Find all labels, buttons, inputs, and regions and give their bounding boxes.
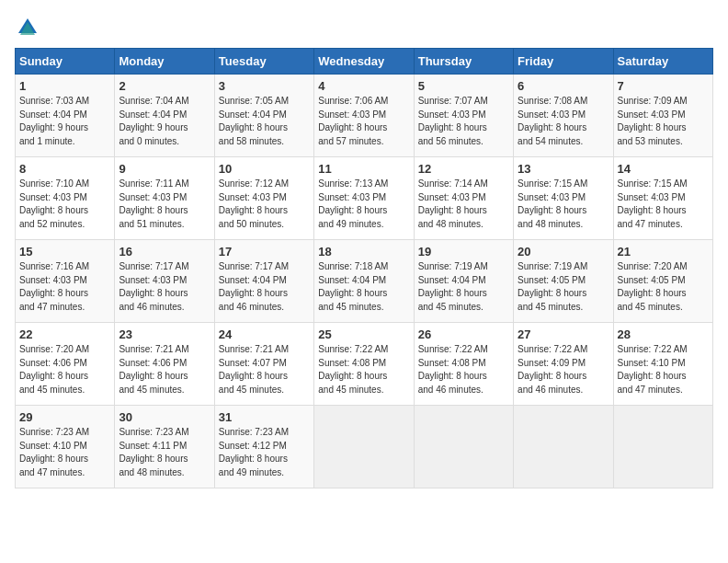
calendar-cell: 18Sunrise: 7:18 AM Sunset: 4:04 PM Dayli…	[314, 240, 414, 323]
day-info: Sunrise: 7:10 AM Sunset: 4:03 PM Dayligh…	[19, 178, 110, 231]
calendar-cell: 9Sunrise: 7:11 AM Sunset: 4:03 PM Daylig…	[115, 157, 214, 240]
col-header-sunday: Sunday	[16, 49, 115, 75]
calendar-cell: 20Sunrise: 7:19 AM Sunset: 4:05 PM Dayli…	[514, 240, 613, 323]
day-number: 28	[618, 327, 709, 341]
day-info: Sunrise: 7:20 AM Sunset: 4:05 PM Dayligh…	[618, 260, 709, 314]
day-number: 23	[119, 327, 210, 341]
calendar-table: SundayMondayTuesdayWednesdayThursdayFrid…	[15, 48, 713, 488]
calendar-cell: 26Sunrise: 7:22 AM Sunset: 4:08 PM Dayli…	[414, 323, 513, 406]
calendar-cell: 4Sunrise: 7:06 AM Sunset: 4:03 PM Daylig…	[314, 75, 414, 157]
header-row: SundayMondayTuesdayWednesdayThursdayFrid…	[16, 49, 713, 75]
col-header-friday: Friday	[514, 49, 613, 75]
day-info: Sunrise: 7:22 AM Sunset: 4:09 PM Dayligh…	[518, 343, 609, 396]
calendar-cell: 11Sunrise: 7:13 AM Sunset: 4:03 PM Dayli…	[314, 157, 414, 240]
day-number: 9	[119, 162, 210, 176]
week-row-4: 15Sunrise: 7:16 AM Sunset: 4:03 PM Dayli…	[16, 240, 713, 323]
day-info: Sunrise: 7:18 AM Sunset: 4:04 PM Dayligh…	[318, 260, 409, 314]
calendar-cell: 10Sunrise: 7:12 AM Sunset: 4:03 PM Dayli…	[214, 157, 313, 240]
day-info: Sunrise: 7:15 AM Sunset: 4:03 PM Dayligh…	[618, 178, 709, 231]
day-number: 22	[19, 327, 110, 341]
day-info: Sunrise: 7:21 AM Sunset: 4:06 PM Dayligh…	[119, 343, 210, 396]
calendar-cell: 22Sunrise: 7:20 AM Sunset: 4:06 PM Dayli…	[16, 323, 115, 406]
day-info: Sunrise: 7:09 AM Sunset: 4:03 PM Dayligh…	[618, 95, 709, 148]
day-info: Sunrise: 7:22 AM Sunset: 4:10 PM Dayligh…	[618, 343, 709, 396]
calendar-cell: 7Sunrise: 7:09 AM Sunset: 4:03 PM Daylig…	[613, 75, 712, 157]
day-number: 25	[318, 327, 409, 341]
calendar-cell: 16Sunrise: 7:17 AM Sunset: 4:03 PM Dayli…	[115, 240, 214, 323]
day-info: Sunrise: 7:13 AM Sunset: 4:03 PM Dayligh…	[318, 178, 409, 231]
day-number: 5	[418, 79, 509, 93]
col-header-saturday: Saturday	[613, 49, 712, 75]
day-info: Sunrise: 7:17 AM Sunset: 4:04 PM Dayligh…	[219, 260, 310, 314]
calendar-cell: 17Sunrise: 7:17 AM Sunset: 4:04 PM Dayli…	[214, 240, 313, 323]
day-number: 30	[119, 410, 210, 424]
day-number: 19	[418, 245, 509, 259]
calendar-cell: 29Sunrise: 7:23 AM Sunset: 4:10 PM Dayli…	[16, 406, 115, 488]
day-number: 24	[219, 327, 310, 341]
day-number: 29	[19, 410, 110, 424]
calendar-cell: 23Sunrise: 7:21 AM Sunset: 4:06 PM Dayli…	[115, 323, 214, 406]
day-number: 27	[518, 327, 609, 341]
calendar-cell	[414, 406, 513, 488]
calendar-cell: 13Sunrise: 7:15 AM Sunset: 4:03 PM Dayli…	[514, 157, 613, 240]
calendar-cell: 28Sunrise: 7:22 AM Sunset: 4:10 PM Dayli…	[613, 323, 712, 406]
calendar-cell: 2Sunrise: 7:04 AM Sunset: 4:04 PM Daylig…	[115, 75, 214, 157]
day-number: 2	[119, 79, 210, 93]
day-number: 18	[318, 245, 409, 259]
day-number: 12	[418, 162, 509, 176]
day-number: 6	[518, 79, 609, 93]
day-number: 4	[318, 79, 409, 93]
page-header	[15, 15, 713, 40]
calendar-cell: 25Sunrise: 7:22 AM Sunset: 4:08 PM Dayli…	[314, 323, 414, 406]
calendar-cell: 14Sunrise: 7:15 AM Sunset: 4:03 PM Dayli…	[613, 157, 712, 240]
calendar-cell: 1Sunrise: 7:03 AM Sunset: 4:04 PM Daylig…	[16, 75, 115, 157]
week-row-6: 29Sunrise: 7:23 AM Sunset: 4:10 PM Dayli…	[16, 406, 713, 488]
day-number: 26	[418, 327, 509, 341]
calendar-cell: 12Sunrise: 7:14 AM Sunset: 4:03 PM Dayli…	[414, 157, 513, 240]
day-number: 17	[219, 245, 310, 259]
day-number: 3	[219, 79, 310, 93]
logo-icon	[15, 15, 40, 40]
day-info: Sunrise: 7:17 AM Sunset: 4:03 PM Dayligh…	[119, 260, 210, 314]
calendar-cell: 3Sunrise: 7:05 AM Sunset: 4:04 PM Daylig…	[214, 75, 313, 157]
logo	[15, 15, 44, 40]
day-number: 15	[19, 245, 110, 259]
calendar-cell: 15Sunrise: 7:16 AM Sunset: 4:03 PM Dayli…	[16, 240, 115, 323]
col-header-thursday: Thursday	[414, 49, 513, 75]
day-info: Sunrise: 7:06 AM Sunset: 4:03 PM Dayligh…	[318, 95, 409, 148]
calendar-cell	[514, 406, 613, 488]
day-info: Sunrise: 7:23 AM Sunset: 4:11 PM Dayligh…	[119, 426, 210, 479]
day-number: 10	[219, 162, 310, 176]
col-header-tuesday: Tuesday	[214, 49, 313, 75]
day-info: Sunrise: 7:19 AM Sunset: 4:05 PM Dayligh…	[518, 260, 609, 314]
day-info: Sunrise: 7:08 AM Sunset: 4:03 PM Dayligh…	[518, 95, 609, 148]
day-info: Sunrise: 7:22 AM Sunset: 4:08 PM Dayligh…	[318, 343, 409, 396]
day-info: Sunrise: 7:22 AM Sunset: 4:08 PM Dayligh…	[418, 343, 509, 396]
calendar-cell: 27Sunrise: 7:22 AM Sunset: 4:09 PM Dayli…	[514, 323, 613, 406]
calendar-cell: 30Sunrise: 7:23 AM Sunset: 4:11 PM Dayli…	[115, 406, 214, 488]
day-info: Sunrise: 7:07 AM Sunset: 4:03 PM Dayligh…	[418, 95, 509, 148]
day-number: 11	[318, 162, 409, 176]
calendar-cell: 31Sunrise: 7:23 AM Sunset: 4:12 PM Dayli…	[214, 406, 313, 488]
day-number: 8	[19, 162, 110, 176]
calendar-cell: 6Sunrise: 7:08 AM Sunset: 4:03 PM Daylig…	[514, 75, 613, 157]
week-row-2: 1Sunrise: 7:03 AM Sunset: 4:04 PM Daylig…	[16, 75, 713, 157]
day-info: Sunrise: 7:05 AM Sunset: 4:04 PM Dayligh…	[219, 95, 310, 148]
day-info: Sunrise: 7:23 AM Sunset: 4:12 PM Dayligh…	[219, 426, 310, 479]
week-row-3: 8Sunrise: 7:10 AM Sunset: 4:03 PM Daylig…	[16, 157, 713, 240]
day-number: 13	[518, 162, 609, 176]
day-info: Sunrise: 7:15 AM Sunset: 4:03 PM Dayligh…	[518, 178, 609, 231]
day-info: Sunrise: 7:20 AM Sunset: 4:06 PM Dayligh…	[19, 343, 110, 396]
calendar-cell: 24Sunrise: 7:21 AM Sunset: 4:07 PM Dayli…	[214, 323, 313, 406]
calendar-cell	[314, 406, 414, 488]
day-info: Sunrise: 7:23 AM Sunset: 4:10 PM Dayligh…	[19, 426, 110, 479]
calendar-cell: 5Sunrise: 7:07 AM Sunset: 4:03 PM Daylig…	[414, 75, 513, 157]
calendar-cell: 8Sunrise: 7:10 AM Sunset: 4:03 PM Daylig…	[16, 157, 115, 240]
day-number: 16	[119, 245, 210, 259]
day-info: Sunrise: 7:03 AM Sunset: 4:04 PM Dayligh…	[19, 95, 110, 148]
day-number: 20	[518, 245, 609, 259]
day-info: Sunrise: 7:04 AM Sunset: 4:04 PM Dayligh…	[119, 95, 210, 148]
day-info: Sunrise: 7:16 AM Sunset: 4:03 PM Dayligh…	[19, 260, 110, 314]
col-header-wednesday: Wednesday	[314, 49, 414, 75]
day-number: 31	[219, 410, 310, 424]
